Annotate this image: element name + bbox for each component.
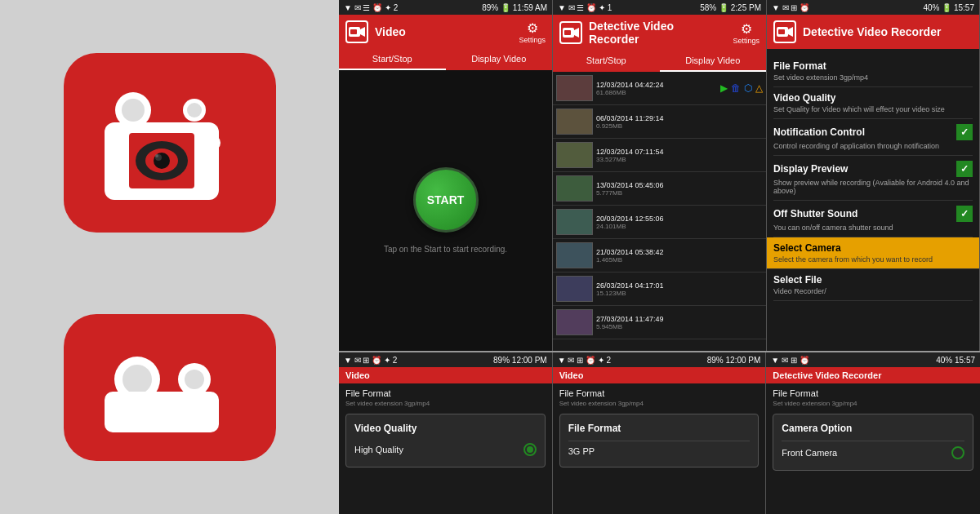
setting-item-0[interactable]: File FormatSet video extension 3gp/mp4 xyxy=(773,55,973,87)
setting-title-6: Select File xyxy=(773,274,973,286)
svg-point-13 xyxy=(122,365,152,394)
settings-btn-1[interactable]: ⚙ Settings xyxy=(519,20,546,44)
high-quality-option[interactable]: High Quality xyxy=(354,441,537,459)
bottom-middle-screen: ▼ ✉ ⊞ ⏰ ✦ 2 89% 12:00 PM Video File Form… xyxy=(553,352,767,514)
video-size: 0.925MB xyxy=(596,122,763,130)
video-actions: ▶🗑⬡△ xyxy=(720,82,763,94)
video-date: 13/03/2014 05:45:06 xyxy=(596,181,763,189)
video-info: 21/03/2014 05:38:421.465MB xyxy=(596,248,763,264)
setting-title-5: Select Camera xyxy=(773,242,973,254)
front-camera-label: Front Camera xyxy=(782,448,837,458)
setting-item-1[interactable]: Video QualitySet Quality for Video which… xyxy=(773,87,973,119)
bottom-screens: ▼ ✉ ⊞ ⏰ ✦ 2 89% 12:00 PM Video File Form… xyxy=(339,351,980,514)
video-size: 24.101MB xyxy=(596,223,763,230)
screens-section: ▼ ✉ ☰ ⏰ ✦ 2 89% 🔋 11:59 AM Video ⚙ xyxy=(339,0,980,514)
video-size: 1.465MB xyxy=(596,256,763,264)
bottom-right-screen: ▼ ✉ ⊞ ⏰ 40% 15:57 Detective Video Record… xyxy=(766,352,980,514)
setting-item-3[interactable]: Display Preview✓Show preview while recor… xyxy=(773,156,973,201)
tab-display-video-2[interactable]: Display Video xyxy=(660,51,767,72)
video-info: 06/03/2014 11:29:140.925MB xyxy=(596,114,763,130)
setting-item-2[interactable]: Notification Control✓Control recording o… xyxy=(773,119,973,156)
video-item[interactable]: 12/03/2014 04:42:2461.686MB▶🗑⬡△ xyxy=(553,72,766,105)
setting-title-2: Notification Control✓ xyxy=(773,124,973,140)
play-icon[interactable]: ▶ xyxy=(720,82,728,94)
camera-svg-small xyxy=(88,339,252,436)
video-item[interactable]: 12/03/2014 07:11:5433.527MB xyxy=(553,139,766,172)
setting-title-text-5: Select Camera xyxy=(773,242,841,254)
video-list: 12/03/2014 04:42:2461.686MB▶🗑⬡△06/03/201… xyxy=(553,72,766,351)
drive-icon[interactable]: △ xyxy=(755,82,763,94)
video-item[interactable]: 13/03/2014 05:45:065.777MB xyxy=(553,172,766,206)
bottom-app-bar-2: Video xyxy=(553,367,766,383)
setting-item-5[interactable]: Select CameraSelect the camera from whic… xyxy=(767,237,979,269)
bottom-status-1: ▼ ✉ ⊞ ⏰ ✦ 2 89% 12:00 PM xyxy=(339,352,552,367)
svg-rect-22 xyxy=(564,30,571,35)
setting-title-0: File Format xyxy=(773,60,973,72)
dropbox-icon[interactable]: ⬡ xyxy=(744,82,752,94)
setting-checkbox-3[interactable]: ✓ xyxy=(956,161,973,177)
bottom-app-bar-3: Detective Video Recorder xyxy=(766,367,980,383)
video-thumbnail xyxy=(556,276,593,302)
setting-checkbox-2[interactable]: ✓ xyxy=(956,124,973,140)
radio-front-camera xyxy=(951,446,964,459)
app-title-2: Detective Video Recorder xyxy=(589,20,726,46)
settings-btn-2[interactable]: ⚙ Settings xyxy=(733,21,760,45)
setting-title-text-1: Video Quality xyxy=(773,92,835,104)
video-item[interactable]: 21/03/2014 05:38:421.465MB xyxy=(553,239,766,273)
video-thumbnail xyxy=(556,242,593,268)
setting-checkbox-4[interactable]: ✓ xyxy=(956,206,973,222)
bottom-left-screen: ▼ ✉ ⊞ ⏰ ✦ 2 89% 12:00 PM Video File Form… xyxy=(339,352,553,514)
video-date: 12/03/2014 04:42:24 xyxy=(596,81,717,89)
status-left-2: ▼ ✉ ☰ ⏰ ✦ 1 xyxy=(558,3,612,12)
bottom-app-bar-1: Video xyxy=(339,367,552,383)
video-item[interactable]: 26/03/2014 04:17:0115.123MB xyxy=(553,273,766,306)
bottom-status-3: ▼ ✉ ⊞ ⏰ 40% 15:57 xyxy=(766,352,980,367)
file-format-label-2: File Format xyxy=(559,388,760,398)
nav-tabs-2: Start/Stop Display Video xyxy=(553,51,766,72)
delete-icon[interactable]: 🗑 xyxy=(731,82,741,94)
svg-marker-24 xyxy=(788,27,793,37)
video-item[interactable]: 27/03/2014 11:47:495.945MB xyxy=(553,306,766,339)
start-button[interactable]: START xyxy=(413,167,479,233)
svg-rect-25 xyxy=(778,29,785,34)
video-thumbnail xyxy=(556,309,593,335)
setting-desc-0: Set video extension 3gp/mp4 xyxy=(773,73,973,82)
dialog-title-2: File Format xyxy=(568,423,751,434)
video-thumbnail xyxy=(556,109,593,135)
video-info: 27/03/2014 11:47:495.945MB xyxy=(596,315,763,330)
video-thumbnail xyxy=(556,75,593,101)
svg-point-6 xyxy=(155,154,158,157)
tab-display-video-1[interactable]: Display Video xyxy=(446,49,553,70)
settings-screen: ▼ ✉ ⊞ ⏰ 40% 🔋 15:57 Detective Video Reco… xyxy=(767,0,980,351)
bottom-content-1: File Format Set video extension 3gp/mp4 … xyxy=(339,383,552,514)
video-size: 33.527MB xyxy=(596,156,763,163)
3gpp-label: 3G PP xyxy=(568,446,595,456)
settings-header: Detective Video Recorder xyxy=(767,15,979,49)
status-right-3: 40% 🔋 15:57 xyxy=(923,3,974,12)
video-size: 15.123MB xyxy=(596,290,763,297)
svg-rect-19 xyxy=(350,29,357,34)
app-icon-large xyxy=(64,53,276,233)
app-icon-section xyxy=(0,0,339,514)
status-left-1: ▼ ✉ ☰ ⏰ ✦ 2 xyxy=(344,3,398,12)
tab-start-stop-1[interactable]: Start/Stop xyxy=(339,49,446,70)
status-right-1: 89% 🔋 11:59 AM xyxy=(482,3,547,12)
setting-desc-3: Show preview while recording (Avaliable … xyxy=(773,179,973,195)
app-header-1: Video ⚙ Settings xyxy=(339,15,552,49)
setting-title-4: Off Shutter Sound✓ xyxy=(773,206,973,222)
app-icon-small xyxy=(64,314,276,461)
video-item[interactable]: 06/03/2014 11:29:140.925MB xyxy=(553,105,766,139)
video-app-icon xyxy=(345,20,368,43)
3gpp-option[interactable]: 3G PP xyxy=(568,444,751,459)
video-info: 12/03/2014 04:42:2461.686MB xyxy=(596,81,717,96)
setting-item-6[interactable]: Select FileVideo Recorder/ xyxy=(773,269,973,301)
file-format-desc-2: Set video extension 3gp/mp4 xyxy=(559,400,760,407)
bottom-status-2: ▼ ✉ ⊞ ⏰ ✦ 2 89% 12:00 PM xyxy=(553,352,766,367)
front-camera-option[interactable]: Front Camera xyxy=(782,444,964,462)
tab-start-stop-2[interactable]: Start/Stop xyxy=(553,51,660,72)
status-bar-1: ▼ ✉ ☰ ⏰ ✦ 2 89% 🔋 11:59 AM xyxy=(339,0,552,15)
app-header-2: Detective Video Recorder ⚙ Settings xyxy=(553,15,766,51)
video-item[interactable]: 20/03/2014 12:55:0624.101MB xyxy=(553,206,766,239)
nav-tabs-1: Start/Stop Display Video xyxy=(339,49,552,70)
setting-item-4[interactable]: Off Shutter Sound✓You can on/off camera … xyxy=(773,201,973,237)
